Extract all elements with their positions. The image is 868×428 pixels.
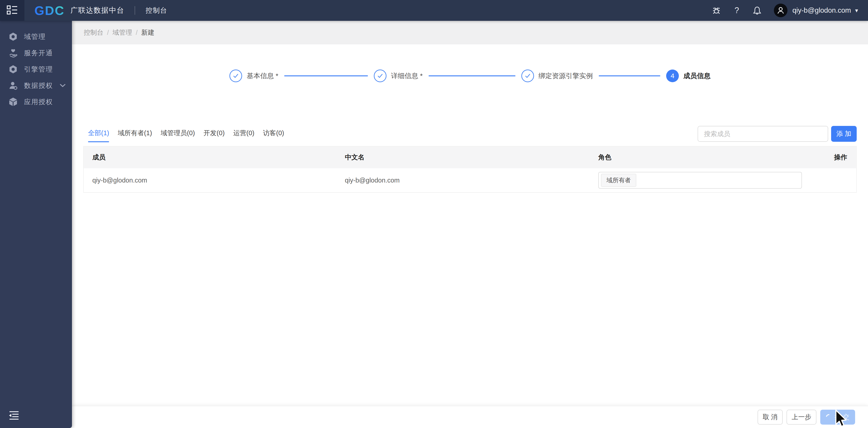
column-header-role: 角色 <box>590 153 814 162</box>
step-basic-info: 基本信息 * <box>229 69 278 82</box>
step-label: 基本信息 * <box>247 71 278 81</box>
chevron-down-icon[interactable]: ▾ <box>855 7 858 14</box>
toolbar-right: 添 加 <box>698 126 857 142</box>
previous-step-button[interactable]: 上一步 <box>786 410 816 425</box>
sidebar-item-label: 域管理 <box>24 32 46 41</box>
sidebar-item-data-authorization[interactable]: 数据授权 <box>0 78 72 94</box>
sidebar-collapse-button[interactable] <box>0 409 72 423</box>
cell-chinese-name: qiy-b@glodon.com <box>336 177 590 184</box>
wizard-footer: 取 消 上一步 提 交 <box>72 406 868 428</box>
members-toolbar: 全部(1) 域所有者(1) 域管理员(0) 开发(0) 运营(0) 访客(0) … <box>72 126 868 142</box>
step-connector <box>599 76 660 76</box>
bug-icon[interactable] <box>711 5 721 16</box>
header-right: ? qiy-b@glodon.com ▾ <box>701 4 858 17</box>
breadcrumb-separator: / <box>136 29 137 36</box>
step-detail-info: 详细信息 * <box>374 69 423 82</box>
step-done-check-icon <box>521 69 534 82</box>
help-icon[interactable]: ? <box>732 5 742 16</box>
members-table: 成员 中文名 角色 操作 qiy-b@glodon.com qiy-b@glod… <box>83 146 857 193</box>
column-header-actions: 操作 <box>814 153 856 162</box>
tab-operations[interactable]: 运营(0) <box>233 129 254 142</box>
tab-domain-admin[interactable]: 域管理员(0) <box>161 129 195 142</box>
add-member-button[interactable]: 添 加 <box>831 126 857 142</box>
app-menu-button[interactable] <box>0 0 25 21</box>
loading-spinner-icon <box>825 413 833 421</box>
hand-heart-icon <box>9 49 18 58</box>
submit-button[interactable]: 提 交 <box>820 410 855 425</box>
step-done-check-icon <box>229 69 242 82</box>
step-label: 绑定资源引擎实例 <box>538 71 593 81</box>
hex-nut-icon <box>9 32 18 41</box>
breadcrumb-separator: / <box>107 29 109 36</box>
cancel-button[interactable]: 取 消 <box>757 410 783 425</box>
user-email[interactable]: qiy-b@glodon.com <box>793 6 851 15</box>
user-badge-icon <box>9 81 18 90</box>
step-connector <box>284 76 368 76</box>
sidebar-item-label: 服务开通 <box>24 49 53 58</box>
role-filter-tabs: 全部(1) 域所有者(1) 域管理员(0) 开发(0) 运营(0) 访客(0) <box>88 126 284 142</box>
breadcrumb-console[interactable]: 控制台 <box>84 28 103 37</box>
app-window: GDC 广联达数据中台 控制台 ? <box>0 0 868 428</box>
wizard-stepper: 基本信息 * 详细信息 * <box>72 69 868 82</box>
role-tag: 域所有者 <box>601 174 636 187</box>
tab-guest[interactable]: 访客(0) <box>263 129 284 142</box>
cube-icon <box>9 97 18 107</box>
header-nav-console[interactable]: 控制台 <box>146 6 167 15</box>
main-area: 控制台 / 域管理 / 新建 基本信息 * <box>72 21 868 428</box>
sidebar: 域管理 服务开通 引擎管理 <box>0 21 72 428</box>
product-name: 广联达数据中台 <box>70 5 124 16</box>
avatar[interactable] <box>774 4 787 17</box>
step-label: 详细信息 * <box>391 71 423 81</box>
tab-developer[interactable]: 开发(0) <box>204 129 224 142</box>
tab-domain-owner[interactable]: 域所有者(1) <box>118 129 152 142</box>
sidebar-item-label: 引擎管理 <box>24 65 53 74</box>
top-header: GDC 广联达数据中台 控制台 ? <box>0 0 868 21</box>
sidebar-item-app-authorization[interactable]: 应用授权 <box>0 94 72 110</box>
step-number: 4 <box>671 72 675 80</box>
column-header-chinese-name: 中文名 <box>336 153 590 162</box>
sidebar-item-label: 应用授权 <box>24 97 53 107</box>
step-done-check-icon <box>374 69 386 82</box>
tab-all[interactable]: 全部(1) <box>88 129 109 142</box>
sidebar-item-domain-management[interactable]: 域管理 <box>0 29 72 45</box>
step-member-info: 4 成员信息 <box>666 69 711 82</box>
submit-button-label: 提 交 <box>835 412 849 422</box>
collapse-sidebar-icon <box>8 410 19 421</box>
sidebar-item-engine-management[interactable]: 引擎管理 <box>0 61 72 78</box>
breadcrumb-domain-management[interactable]: 域管理 <box>113 28 132 37</box>
breadcrumb-current: 新建 <box>141 28 154 37</box>
gdc-logo: GDC <box>34 3 64 18</box>
table-header-row: 成员 中文名 角色 操作 <box>84 146 856 168</box>
chevron-down-icon[interactable] <box>60 84 66 88</box>
table-row: qiy-b@glodon.com qiy-b@glodon.com 域所有者 <box>84 168 856 193</box>
sidebar-item-service-activation[interactable]: 服务开通 <box>0 45 72 61</box>
breadcrumb: 控制台 / 域管理 / 新建 <box>72 21 868 45</box>
sidebar-item-label: 数据授权 <box>24 81 53 90</box>
hex-nut-icon <box>9 65 18 74</box>
column-header-member: 成员 <box>84 153 336 162</box>
cell-member: qiy-b@glodon.com <box>84 177 336 184</box>
search-member-input[interactable] <box>698 126 828 142</box>
app-menu-icon <box>7 5 18 16</box>
step-current-circle: 4 <box>666 69 679 82</box>
step-label: 成员信息 <box>683 71 711 81</box>
role-select-input[interactable]: 域所有者 <box>598 172 802 189</box>
step-bind-engine-instance: 绑定资源引擎实例 <box>521 69 593 82</box>
wizard-content: 基本信息 * 详细信息 * <box>72 45 868 406</box>
cell-role: 域所有者 <box>590 172 814 189</box>
header-divider <box>135 6 135 15</box>
step-connector <box>429 76 516 76</box>
bell-icon[interactable] <box>752 5 762 16</box>
